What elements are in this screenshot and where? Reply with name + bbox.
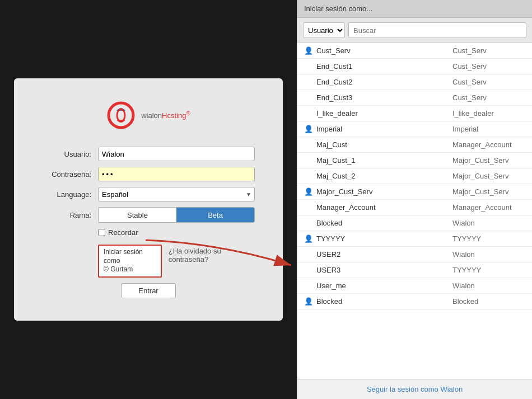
user-account: Imperial <box>452 125 525 133</box>
user-account: Cust_Serv <box>452 62 525 71</box>
user-row[interactable]: 👤ImperialImperial <box>297 121 532 137</box>
logo-dot: ® <box>186 110 190 116</box>
user-account: Major_Cust_Serv <box>452 187 525 196</box>
user-icon: 👤 <box>304 297 313 306</box>
user-account: Blocked <box>452 297 525 306</box>
user-icon: 👤 <box>304 125 313 133</box>
usuario-label: Usuario: <box>42 150 98 158</box>
user-name: End_Cust1 <box>316 62 452 71</box>
user-row[interactable]: 👤Cust_ServCust_Serv <box>297 43 532 59</box>
user-icon: 👤 <box>304 234 313 243</box>
user-account: Manager_Account <box>452 203 525 212</box>
user-name: Maj_Cust_2 <box>316 172 452 180</box>
login-box: wialonHcsting® Usuario: Contraseña: Lang… <box>14 78 283 321</box>
user-name: Maj_Cust <box>316 140 452 149</box>
user-account: TYYYYY <box>452 234 525 243</box>
user-row[interactable]: Manager_AccountManager_Account <box>297 200 532 215</box>
user-list: 👤Cust_ServCust_ServEnd_Cust1Cust_ServEnd… <box>297 43 532 379</box>
left-panel: wialonHcsting® Usuario: Contraseña: Lang… <box>0 0 297 399</box>
user-type-select[interactable]: Usuario <box>303 22 345 38</box>
login-as-line1: Iniciar sesión como <box>104 248 143 265</box>
user-row[interactable]: Maj_Cust_1Major_Cust_Serv <box>297 153 532 168</box>
user-row[interactable]: End_Cust2Cust_Serv <box>297 74 532 90</box>
search-row: Usuario <box>297 18 532 43</box>
language-row: Language: Español English Português Русс… <box>42 187 255 201</box>
logo-text: wialonHcsting® <box>141 110 190 120</box>
action-area: Iniciar sesión como © Gurtam ¿Ha olvidad… <box>42 245 255 278</box>
user-name: TYYYYY <box>316 234 452 243</box>
panel-footer: Seguir la sesión como Wialon <box>297 379 532 399</box>
user-account: Major_Cust_Serv <box>452 172 525 180</box>
user-row[interactable]: USER3TYYYYY <box>297 262 532 278</box>
remember-row: Recordar <box>98 228 255 237</box>
rama-row: Rama: Stable Beta <box>42 207 255 223</box>
user-account: Cust_Serv <box>452 46 525 55</box>
remember-checkbox[interactable] <box>98 229 105 236</box>
user-row[interactable]: Maj_Cust_2Major_Cust_Serv <box>297 168 532 184</box>
panel-header: Iniciar sesión como... <box>297 0 532 18</box>
right-panel: Iniciar sesión como... Usuario 👤Cust_Ser… <box>297 0 532 399</box>
branch-buttons: Stable Beta <box>98 207 255 223</box>
user-row[interactable]: End_Cust3Cust_Serv <box>297 90 532 106</box>
user-name: Blocked <box>316 297 452 306</box>
user-row[interactable]: BlockedWialon <box>297 215 532 231</box>
logo-hosting: Hcsting <box>162 112 186 120</box>
user-row[interactable]: 👤TYYYYYTYYYYY <box>297 231 532 247</box>
user-row[interactable]: I_like_dealerI_like_dealer <box>297 106 532 121</box>
language-select[interactable]: Español English Português Русский <box>98 187 255 201</box>
user-account: Major_Cust_Serv <box>452 156 525 165</box>
user-row[interactable]: USER2Wialon <box>297 247 532 262</box>
login-as-button[interactable]: Iniciar sesión como © Gurtam <box>98 245 162 278</box>
action-row: Iniciar sesión como © Gurtam ¿Ha olvidad… <box>42 245 255 278</box>
forgot-password-link[interactable]: ¿Ha olvidado su contraseña? <box>169 245 255 264</box>
user-name: Blocked <box>316 219 452 227</box>
user-row[interactable]: User_meWialon <box>297 278 532 294</box>
user-name: Manager_Account <box>316 203 452 212</box>
user-name: USER3 <box>316 266 452 274</box>
search-input[interactable] <box>348 22 526 38</box>
user-account: Cust_Serv <box>452 78 525 86</box>
logo-area: wialonHcsting® <box>42 101 255 130</box>
language-select-wrapper: Español English Português Русский ▼ <box>98 187 255 201</box>
usuario-input[interactable] <box>98 147 255 161</box>
wialon-logo-icon <box>106 101 136 130</box>
remember-label: Recordar <box>108 228 138 237</box>
stable-button[interactable]: Stable <box>99 208 176 222</box>
enter-row: Entrar <box>42 283 255 298</box>
contrasena-input[interactable] <box>98 167 255 181</box>
language-label: Language: <box>42 190 98 199</box>
user-account: Wialon <box>452 250 525 259</box>
user-name: Cust_Serv <box>316 46 452 55</box>
rama-label: Rama: <box>42 211 98 219</box>
user-row[interactable]: Maj_CustManager_Account <box>297 137 532 153</box>
svg-point-0 <box>109 103 133 128</box>
user-row[interactable]: 👤BlockedBlocked <box>297 294 532 309</box>
user-name: End_Cust2 <box>316 78 452 86</box>
user-name: I_like_dealer <box>316 109 452 118</box>
user-account: Wialon <box>452 281 525 290</box>
user-account: Cust_Serv <box>452 93 525 102</box>
beta-button[interactable]: Beta <box>176 208 254 222</box>
user-icon: 👤 <box>304 46 313 55</box>
login-as-line2: © Gurtam <box>104 265 133 273</box>
contrasena-row: Contraseña: <box>42 167 255 181</box>
user-name: USER2 <box>316 250 452 259</box>
user-icon: 👤 <box>304 187 313 196</box>
user-row[interactable]: End_Cust1Cust_Serv <box>297 59 532 74</box>
svg-point-1 <box>117 109 125 121</box>
user-account: I_like_dealer <box>452 109 525 118</box>
user-name: User_me <box>316 281 452 290</box>
user-name: Maj_Cust_1 <box>316 156 452 165</box>
user-name: End_Cust3 <box>316 93 452 102</box>
user-name: Major_Cust_Serv <box>316 187 452 196</box>
usuario-row: Usuario: <box>42 147 255 161</box>
contrasena-label: Contraseña: <box>42 170 98 179</box>
follow-session-link[interactable]: Seguir la sesión como Wialon <box>367 385 463 393</box>
user-account: Wialon <box>452 219 525 227</box>
user-account: TYYYYY <box>452 266 525 274</box>
logo-wialon: wialon <box>141 112 162 120</box>
user-row[interactable]: 👤Major_Cust_ServMajor_Cust_Serv <box>297 184 532 200</box>
user-account: Manager_Account <box>452 140 525 149</box>
enter-button[interactable]: Entrar <box>121 283 175 298</box>
user-name: Imperial <box>316 125 452 133</box>
